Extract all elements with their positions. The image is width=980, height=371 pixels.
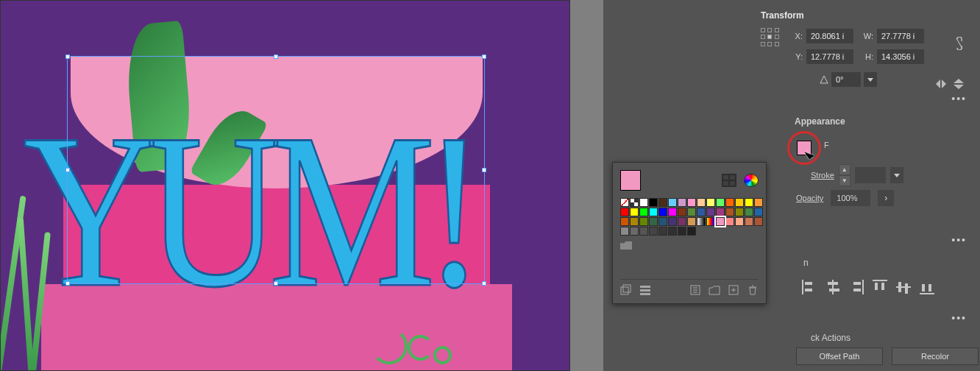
swatch-libraries-icon[interactable]: [620, 284, 632, 296]
swatch-cell[interactable]: [620, 227, 629, 236]
swatch-cell[interactable]: [687, 198, 696, 207]
swatch-cell[interactable]: [678, 227, 686, 236]
swatch-cell[interactable]: [687, 227, 696, 236]
swatch-cell[interactable]: [754, 198, 763, 207]
swatch-cell[interactable]: [697, 217, 706, 226]
swatch-cell[interactable]: [649, 208, 658, 216]
stroke-weight-stepper[interactable]: ▲▼: [839, 164, 851, 186]
swatches-grid-view-icon[interactable]: [722, 174, 736, 187]
swatch-cell[interactable]: [697, 208, 706, 216]
swatch-cell[interactable]: [678, 198, 686, 207]
swatch-cell[interactable]: [658, 217, 667, 226]
swatch-cell[interactable]: [630, 217, 639, 226]
swatch-cell[interactable]: [649, 198, 658, 207]
transform-more-options[interactable]: •••: [951, 93, 967, 105]
swatch-cell[interactable]: [706, 217, 715, 226]
swatch-cell[interactable]: [687, 217, 696, 226]
swatch-cell[interactable]: [658, 227, 667, 236]
align-vcenter-icon[interactable]: [896, 280, 911, 294]
swatch-cell[interactable]: [668, 198, 677, 207]
swatch-cell[interactable]: [658, 208, 667, 216]
x-input[interactable]: 20.8061 i: [806, 29, 853, 43]
swatch-kinds-menu-icon[interactable]: [639, 284, 651, 296]
swatch-cell[interactable]: [620, 208, 629, 216]
stroke-weight-input[interactable]: [855, 167, 886, 183]
swatches-grid: [620, 198, 759, 236]
swatch-cell[interactable]: [639, 227, 648, 236]
swatch-cell[interactable]: [620, 217, 629, 226]
swatch-cell[interactable]: [668, 217, 677, 226]
align-hcenter-icon[interactable]: [825, 280, 840, 294]
swatch-cell[interactable]: [639, 217, 648, 226]
swatch-cell[interactable]: [687, 208, 696, 216]
swatch-cell[interactable]: [697, 198, 706, 207]
align-top-icon[interactable]: [873, 280, 887, 294]
swatch-cell[interactable]: [716, 198, 725, 207]
swatch-cell[interactable]: [725, 217, 734, 226]
swatch-cell[interactable]: [706, 208, 715, 216]
swatch-cell[interactable]: [754, 217, 763, 226]
opacity-dropdown[interactable]: ›: [878, 190, 894, 206]
swatch-cell[interactable]: [630, 227, 639, 236]
stroke-label[interactable]: Stroke: [811, 171, 834, 180]
selection-handle[interactable]: [65, 54, 70, 59]
align-bottom-icon[interactable]: [920, 280, 934, 294]
stroke-weight-dropdown[interactable]: [890, 167, 903, 183]
color-mixer-icon[interactable]: [744, 174, 759, 187]
swatch-cell[interactable]: [735, 217, 744, 226]
swatch-cell[interactable]: [725, 198, 734, 207]
swatch-cell[interactable]: [668, 227, 677, 236]
h-input[interactable]: 14.3056 i: [877, 49, 924, 64]
align-left-icon[interactable]: [802, 280, 817, 294]
rotate-input[interactable]: 0°: [831, 72, 861, 87]
swatch-cell[interactable]: [745, 208, 753, 216]
swatch-cell[interactable]: [630, 208, 639, 216]
flip-vertical-icon[interactable]: [952, 78, 965, 90]
rotate-dropdown[interactable]: [864, 72, 877, 87]
reference-point-picker[interactable]: [761, 28, 780, 47]
appearance-more-options[interactable]: •••: [951, 234, 967, 246]
canvas-artboard-area[interactable]: YUM!: [0, 0, 570, 371]
svg-rect-5: [640, 293, 650, 295]
new-color-group-icon[interactable]: [709, 284, 720, 296]
artboard[interactable]: YUM!: [1, 1, 569, 371]
delete-swatch-icon[interactable]: [747, 284, 759, 296]
swatch-cell[interactable]: [668, 208, 677, 216]
align-right-icon[interactable]: [849, 280, 864, 294]
constrain-proportions-icon[interactable]: [952, 37, 965, 50]
swatch-cell[interactable]: [716, 208, 725, 216]
new-swatch-icon[interactable]: [728, 284, 739, 296]
swatch-cell[interactable]: [649, 217, 658, 226]
swatch-cell[interactable]: [678, 217, 686, 226]
swatch-cell[interactable]: [639, 208, 648, 216]
swatch-cell[interactable]: [754, 208, 763, 216]
align-more-options[interactable]: •••: [951, 312, 967, 324]
swatch-cell[interactable]: [735, 198, 744, 207]
fill-swatch-highlight[interactable]: [787, 131, 821, 165]
h-label: H:: [861, 52, 877, 61]
swatch-cell[interactable]: [630, 198, 639, 207]
current-fill-swatch[interactable]: [620, 170, 641, 191]
swatch-cell[interactable]: [678, 208, 686, 216]
y-input[interactable]: 12.7778 i: [806, 49, 853, 64]
swatch-folder-icon[interactable]: [620, 241, 632, 250]
recolor-button[interactable]: Recolor: [892, 347, 979, 365]
swatch-cell[interactable]: [745, 198, 753, 207]
swatch-cell[interactable]: [716, 217, 725, 226]
swatch-cell[interactable]: [649, 227, 658, 236]
swatch-cell[interactable]: [745, 217, 753, 226]
swatch-cell[interactable]: [706, 198, 715, 207]
swatch-cell[interactable]: [620, 198, 629, 207]
w-input[interactable]: 27.7778 i: [877, 29, 924, 43]
swatch-cell[interactable]: [735, 208, 744, 216]
swatch-options-icon[interactable]: [689, 284, 701, 296]
swatch-cell[interactable]: [725, 208, 734, 216]
opacity-label[interactable]: Opacity: [796, 194, 823, 202]
opacity-input[interactable]: 100%: [831, 190, 870, 206]
selection-handle[interactable]: [482, 168, 486, 172]
y-label: Y:: [790, 52, 806, 61]
swatch-cell[interactable]: [639, 198, 648, 207]
flip-horizontal-icon[interactable]: [934, 78, 948, 90]
offset-path-button[interactable]: Offset Path: [796, 347, 883, 365]
swatch-cell[interactable]: [658, 198, 667, 207]
